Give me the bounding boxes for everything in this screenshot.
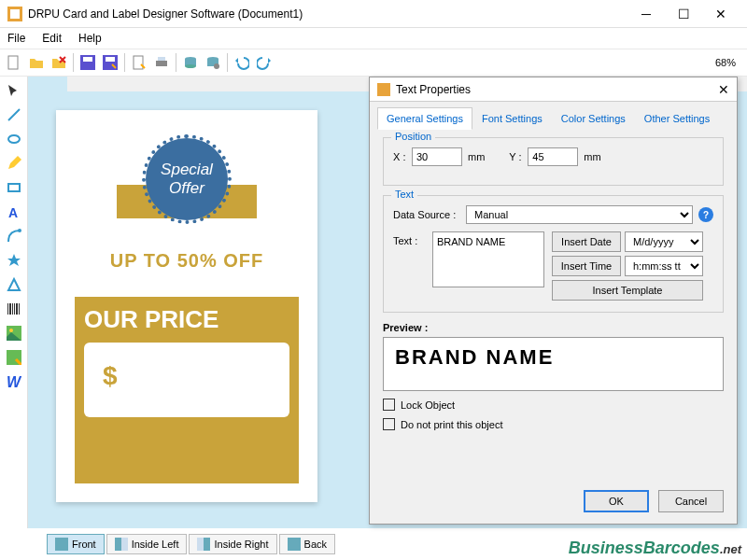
tab-general-settings[interactable]: General Settings: [377, 107, 472, 130]
watermark-tld: .net: [720, 542, 741, 556]
pencil-icon[interactable]: [4, 153, 24, 174]
position-legend: Position: [391, 131, 435, 142]
tab-inside-left-label: Inside Left: [132, 539, 179, 550]
svg-rect-18: [8, 184, 20, 191]
insert-time-button[interactable]: Insert Time: [552, 256, 621, 276]
price-box: $: [84, 343, 289, 417]
y-label: Y :: [509, 151, 522, 162]
triangle-icon[interactable]: [4, 274, 24, 295]
ok-button[interactable]: OK: [584, 490, 649, 512]
open-icon[interactable]: [26, 52, 47, 73]
svg-line-16: [8, 109, 20, 120]
tab-front-label: Front: [72, 539, 96, 550]
dialog-close-button[interactable]: ✕: [718, 82, 729, 97]
y-unit: mm: [584, 151, 600, 162]
svg-rect-1: [10, 9, 20, 19]
undo-icon[interactable]: [232, 52, 252, 73]
lock-object-label: Lock Object: [401, 399, 455, 411]
svg-rect-36: [204, 538, 210, 551]
dialog-titlebar: Text Properties ✕: [370, 77, 737, 102]
svg-rect-9: [158, 57, 165, 61]
tab-font-settings[interactable]: Font Settings: [472, 107, 552, 130]
maximize-button[interactable]: ☐: [665, 1, 702, 27]
barcode-icon[interactable]: [4, 299, 24, 319]
insert-template-button[interactable]: Insert Template: [552, 280, 703, 301]
cancel-button[interactable]: Cancel: [658, 490, 724, 512]
svg-point-17: [8, 135, 20, 143]
tab-back-label: Back: [304, 539, 327, 550]
date-format-select[interactable]: M/d/yyyy: [625, 231, 703, 252]
print-icon[interactable]: [151, 52, 172, 73]
svg-rect-31: [377, 83, 390, 96]
help-icon[interactable]: ?: [698, 207, 713, 222]
watermark-brand: BusinessBarcodes: [569, 539, 720, 557]
line-icon[interactable]: [4, 105, 24, 125]
wordart-icon[interactable]: W: [4, 371, 24, 392]
data-source-select[interactable]: Manual: [466, 205, 693, 224]
zoom-level[interactable]: 68%: [715, 57, 736, 68]
pointer-icon[interactable]: [4, 80, 24, 101]
time-format-select[interactable]: h:mm:ss tt: [625, 256, 703, 276]
insert-date-button[interactable]: Insert Date: [552, 231, 621, 252]
price-block: OUR PRICE $: [75, 297, 299, 483]
svg-rect-21: [7, 303, 8, 315]
new-icon[interactable]: [4, 52, 24, 73]
dialog-title: Text Properties: [396, 83, 471, 96]
tab-front[interactable]: Front: [47, 534, 105, 554]
no-print-checkbox[interactable]: [383, 418, 395, 430]
text-legend: Text: [391, 189, 417, 200]
badge-circle: Special Offer: [146, 138, 228, 220]
toolbar-separator: [176, 53, 176, 72]
redo-icon[interactable]: [254, 52, 275, 73]
database-settings-icon[interactable]: [203, 52, 223, 73]
tab-other-settings[interactable]: Other Settings: [635, 107, 719, 130]
svg-point-28: [9, 329, 13, 332]
svg-rect-6: [106, 57, 115, 62]
ellipse-icon[interactable]: [4, 129, 24, 149]
close-button[interactable]: ✕: [702, 1, 740, 27]
library-icon[interactable]: [4, 347, 24, 368]
star-icon[interactable]: [4, 250, 24, 271]
save-as-icon[interactable]: [100, 52, 120, 73]
tab-inside-left[interactable]: Inside Left: [106, 534, 188, 554]
text-label: Text :: [393, 231, 425, 246]
dialog-body: Position X : mm Y : mm Text Data Source …: [370, 130, 737, 438]
text-input[interactable]: [432, 231, 544, 287]
app-icon: [7, 7, 22, 21]
badge-text-2: Offer: [169, 179, 204, 198]
svg-point-12: [185, 64, 196, 68]
minimize-button[interactable]: ─: [627, 1, 665, 27]
save-icon[interactable]: [78, 52, 98, 73]
image-icon[interactable]: [4, 323, 24, 343]
tab-back[interactable]: Back: [279, 534, 335, 554]
watermark: BusinessBarcodes.net: [569, 539, 741, 558]
toolbar-separator: [73, 53, 74, 72]
database-icon[interactable]: [180, 52, 201, 73]
svg-rect-24: [14, 303, 15, 315]
arc-icon[interactable]: [4, 226, 24, 246]
dialog-buttons: OK Cancel: [584, 490, 724, 512]
toolbar: 68%: [0, 49, 747, 77]
offer-text: UP TO 50% OFF: [56, 250, 317, 272]
tab-color-settings[interactable]: Color Settings: [552, 107, 635, 130]
card-preview[interactable]: Special Offer UP TO 50% OFF OUR PRICE $: [56, 110, 317, 502]
svg-rect-26: [19, 303, 20, 315]
properties-icon[interactable]: [129, 52, 149, 73]
window-title: DRPU Card and Label Designer Software (D…: [28, 7, 627, 21]
close-doc-icon[interactable]: [49, 52, 69, 73]
menu-help[interactable]: Help: [78, 32, 102, 45]
x-input[interactable]: [412, 147, 462, 166]
dialog-tabs: General Settings Font Settings Color Set…: [370, 102, 737, 130]
menu-edit[interactable]: Edit: [42, 32, 62, 45]
svg-rect-8: [156, 61, 167, 66]
rectangle-icon[interactable]: [4, 177, 24, 198]
text-fieldset: Text Data Source : Manual ? Text : Inser…: [383, 195, 724, 313]
text-icon[interactable]: A: [4, 202, 24, 222]
svg-rect-34: [121, 538, 128, 551]
lock-object-checkbox[interactable]: [383, 399, 395, 411]
menu-file[interactable]: File: [7, 32, 25, 45]
x-label: X :: [393, 151, 406, 162]
position-fieldset: Position X : mm Y : mm: [383, 137, 724, 186]
y-input[interactable]: [528, 147, 578, 166]
tab-inside-right[interactable]: Inside Right: [189, 534, 276, 554]
